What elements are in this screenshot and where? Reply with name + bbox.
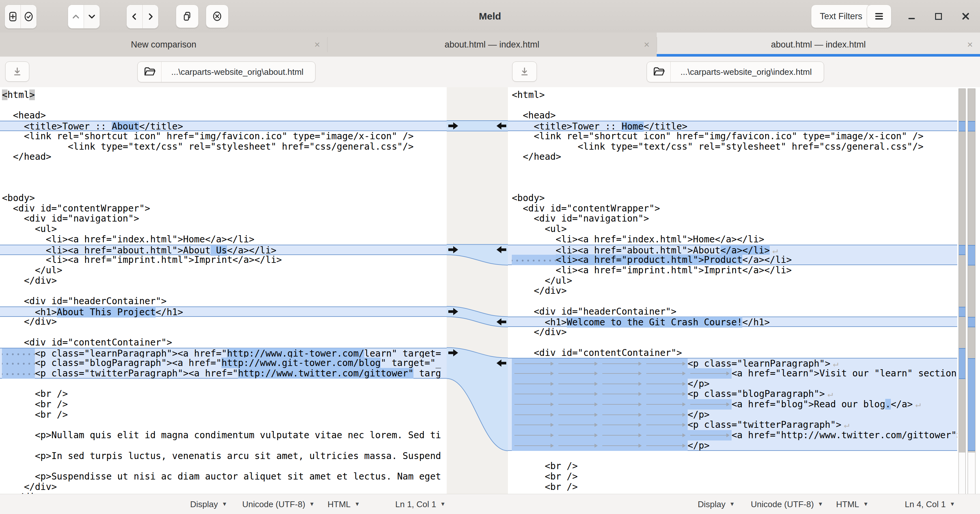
code-line: <html>: [508, 90, 957, 100]
code-line: </p>: [508, 379, 957, 389]
new-comparison-icon: [7, 11, 19, 22]
recent-button[interactable]: [21, 5, 37, 28]
headerbar: Meld Text Filters: [0, 0, 980, 33]
code-line: <html>: [0, 90, 447, 100]
code-line: <br />: [508, 471, 957, 482]
diff-map-mark[interactable]: [959, 245, 965, 255]
display-menu-right[interactable]: Display▼: [698, 494, 735, 514]
diff-map-mark[interactable]: [968, 245, 975, 265]
save-left-button[interactable]: [5, 62, 29, 82]
tab-indent-marker: [512, 389, 687, 399]
display-menu-left[interactable]: Display▼: [190, 494, 227, 514]
code-line: <li><a href="index.html">Home</a></li>: [0, 234, 447, 244]
code-line: <div id="headerContainer">: [508, 306, 957, 317]
close-icon: [961, 11, 970, 21]
code-line: <link rel="shortcut icon" href="img/favi…: [0, 131, 447, 141]
statusbar: Display▼ Unicode (UTF-8)▼ HTML▼ Ln 1, Co…: [0, 494, 980, 514]
save-right-button[interactable]: [512, 62, 537, 82]
dropdown-arrow-icon: ▼: [355, 501, 360, 508]
tab-indent-marker: [512, 409, 687, 420]
push-left-button[interactable]: [127, 5, 142, 28]
text-filters-button[interactable]: Text Filters: [811, 5, 871, 28]
restore-button[interactable]: [929, 0, 948, 33]
code-line: <li><a href="product.html">Product</a></…: [508, 255, 957, 265]
dropdown-arrow-icon: ▼: [440, 501, 446, 508]
code-line: <body>: [508, 193, 957, 203]
cursor-position-right[interactable]: Ln 4, Col 1▼: [905, 494, 955, 514]
code-line: <h1>Welcome to the Git Crash Course!</h1…: [508, 317, 957, 327]
save-icon: [519, 66, 530, 78]
menu-button[interactable]: [867, 5, 891, 28]
diff-view: <html> <head> <title>Tower :: About</tit…: [0, 87, 980, 494]
code-line: </p>: [508, 441, 957, 451]
tab-close-icon[interactable]: ×: [314, 33, 320, 57]
meld-window: Meld Text Filters New comparison × about…: [0, 0, 980, 514]
code-line: <br />: [0, 409, 447, 420]
syntax-menu-left[interactable]: HTML▼: [328, 494, 360, 514]
code-line: <a href="http://www.twitter.com/gittower…: [508, 430, 957, 441]
code-line: </ul>: [0, 265, 447, 276]
tab-indent-marker: [512, 368, 732, 379]
file-path-right: ...\carparts-website_orig\index.html: [671, 62, 821, 82]
code-line: <div id="navigation">: [508, 213, 957, 224]
overview-map-left[interactable]: [959, 89, 966, 514]
file-button-group: [5, 5, 37, 29]
newline-marker-icon: ↵: [833, 358, 838, 369]
minimize-button[interactable]: [902, 0, 921, 33]
code-line: <li><a href="imprint.html">Imprint</a></…: [0, 255, 447, 265]
tab-new-comparison[interactable]: New comparison ×: [0, 33, 327, 57]
menu-icon: [873, 10, 885, 22]
minimize-icon: [907, 12, 916, 21]
push-right-button[interactable]: [142, 5, 158, 28]
code-line: <head>: [508, 110, 957, 121]
copy-button[interactable]: [176, 5, 199, 28]
cursor-position-left[interactable]: Ln 1, Col 1▼: [395, 494, 446, 514]
code-line: </div>: [0, 317, 447, 327]
code-line: <p>In sed turpis luctus, venenatis arcu …: [0, 451, 447, 461]
diff-map-mark[interactable]: [968, 121, 975, 132]
close-button[interactable]: [956, 0, 975, 33]
code-line: </p>: [508, 409, 957, 420]
syntax-menu-right[interactable]: HTML▼: [836, 494, 869, 514]
code-line: <p class="twitterParagraph">↵: [508, 420, 957, 430]
previous-change-button[interactable]: [68, 5, 84, 28]
copy-icon: [181, 10, 193, 22]
dropdown-arrow-icon: ▼: [222, 501, 227, 508]
diff-map-mark[interactable]: [959, 121, 965, 132]
diff-map-mark[interactable]: [959, 307, 965, 317]
code-line: <ul>: [508, 224, 957, 234]
recent-icon: [23, 11, 35, 22]
diff-map-mark[interactable]: [968, 317, 975, 327]
next-change-button[interactable]: [84, 5, 100, 28]
file-chooser-right[interactable]: ...\carparts-website_orig\index.html: [647, 62, 824, 82]
editor-right[interactable]: <html> <head> <title>Tower :: Home</titl…: [508, 87, 957, 494]
tab-close-icon[interactable]: ×: [967, 33, 973, 57]
diff-map-mark[interactable]: [959, 348, 965, 379]
tab-indent-marker: [512, 420, 687, 430]
overview-map-right[interactable]: [967, 89, 975, 514]
code-line: <link type="text/css" rel="stylesheet" h…: [0, 141, 447, 152]
diff-map-mark[interactable]: [968, 358, 975, 451]
new-comparison-button[interactable]: [5, 5, 21, 28]
tab-comparison-1[interactable]: about.html — index.html ×: [327, 33, 657, 57]
code-line: </div>: [508, 327, 957, 337]
tab-indent-marker: [512, 379, 687, 389]
dropdown-arrow-icon: ▼: [818, 501, 823, 508]
file-chooser-left[interactable]: ...\carparts-website_orig\about.html: [137, 62, 315, 82]
encoding-menu-right[interactable]: Unicode (UTF-8)▼: [751, 494, 823, 514]
code-line: <li><a href="index.html">Home</a></li>: [508, 234, 957, 244]
file-path-left: ...\carparts-website_orig\about.html: [161, 62, 313, 82]
code-line: </div>: [0, 276, 447, 286]
space-indent-marker: [2, 348, 35, 359]
tab-close-icon[interactable]: ×: [644, 33, 649, 57]
code-line: </div>: [0, 482, 447, 492]
code-line: <p>Suspendisse ut nisi ac diam auctor al…: [0, 471, 447, 482]
stop-button[interactable]: [206, 5, 229, 28]
encoding-menu-left[interactable]: Unicode (UTF-8)▼: [242, 494, 315, 514]
tabbar: New comparison × about.html — index.html…: [0, 33, 980, 57]
code-line: </ul>: [508, 276, 957, 286]
editor-left[interactable]: <html> <head> <title>Tower :: About</tit…: [0, 87, 447, 494]
space-indent-marker: [512, 255, 556, 265]
code-line: <div id="contentContainer">: [508, 348, 957, 358]
tab-comparison-2-active[interactable]: about.html — index.html ×: [657, 33, 980, 57]
